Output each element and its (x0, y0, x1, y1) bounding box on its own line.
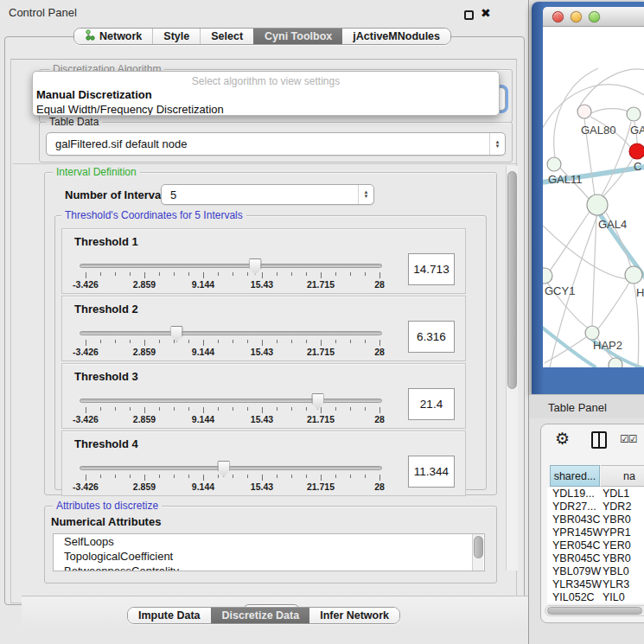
network-node-h[interactable] (625, 266, 642, 284)
table-rows[interactable]: YDL19...YDL1YDR27...YDR2YBR043CYBR0YPR14… (547, 488, 644, 603)
select-columns-icon[interactable]: ☑☑ (620, 433, 637, 445)
table-row[interactable]: YBL079WYBL0 (547, 565, 644, 578)
network-node-label: GAL4 (598, 218, 627, 231)
slider-thumb[interactable] (249, 258, 262, 275)
application-window: Control Panel ✖ Network Style Select (0, 0, 644, 644)
table-row[interactable]: YLR345WYLR3 (547, 578, 644, 591)
close-traffic-light-icon[interactable] (552, 11, 564, 22)
zoom-traffic-light-icon[interactable] (589, 11, 600, 22)
network-node-gcy1[interactable] (543, 268, 552, 284)
slider-thumb[interactable] (311, 393, 324, 410)
threshold-label: Threshold 2 (74, 303, 138, 316)
column-header-shared-name[interactable]: shared... (550, 465, 600, 487)
close-icon[interactable]: ✖ (481, 6, 491, 20)
network-node-gal11[interactable] (547, 157, 561, 171)
network-node-label: C (634, 160, 641, 173)
panel-title: Control Panel (9, 6, 77, 19)
threshold-label: Threshold 1 (74, 235, 138, 248)
table-panel-title: Table Panel (548, 401, 607, 414)
tab-style[interactable]: Style (152, 29, 200, 44)
network-node[interactable] (609, 358, 622, 367)
tick-label: 9.144 (192, 414, 214, 424)
attribute-list-item[interactable]: SelfLoops (54, 534, 484, 549)
network-view-window[interactable]: GAL80GACGAL11GAL4GCY1HHAP2 (532, 2, 644, 394)
tick-label: 21.715 (307, 347, 335, 357)
numerical-attributes-list[interactable]: SelfLoopsTopologicalCoefficientBetweenne… (53, 533, 485, 571)
tick-label: 21.715 (307, 279, 335, 290)
attributes-list-scrollbar[interactable] (472, 534, 483, 571)
gear-icon[interactable]: ⚙ (555, 429, 570, 449)
table-row[interactable]: YDR27...YDR2 (547, 501, 644, 513)
threshold-slider[interactable]: -3.4262.8599.14415.4321.71528 (74, 395, 387, 424)
tab-network[interactable]: Network (74, 29, 152, 44)
column-header-name[interactable]: na (601, 465, 644, 487)
table-horizontal-scrollbar[interactable] (545, 605, 644, 616)
table-row[interactable]: YBR045CYBR0 (547, 552, 644, 565)
discretization-panel: Discretization Algorithm ▲▼ Table Data g… (10, 59, 517, 603)
table-data-combobox[interactable]: galFiltered.sif default node ▲▼ (46, 132, 506, 156)
threshold-slider[interactable]: -3.4262.8599.14415.4321.71528 (74, 260, 387, 290)
numerical-attributes-label: Numerical Attributes (51, 515, 161, 528)
tick-label: 15.43 (251, 279, 273, 290)
attribute-list-item[interactable]: TopologicalCoefficient (54, 549, 484, 564)
control-panel-titlebar: Control Panel ✖ (0, 0, 528, 24)
tick-label: 9.144 (192, 481, 214, 492)
settings-scrollbar[interactable] (506, 166, 518, 571)
interval-definition-title: Interval Definition (53, 166, 140, 178)
num-intervals-combobox[interactable]: 5 ▲▼ (161, 184, 374, 205)
attribute-list-item[interactable]: BetweennessCentrality (54, 564, 484, 571)
threshold-slider[interactable]: -3.4262.8599.14415.4321.71528 (74, 328, 387, 357)
threshold-value-field[interactable]: 14.713 (408, 253, 455, 285)
tab-infer-network[interactable]: Infer Network (309, 608, 399, 623)
tick-label: 2.859 (133, 279, 156, 290)
threshold-value-field[interactable]: 11.344 (408, 456, 455, 488)
network-node-hap2[interactable] (585, 326, 599, 340)
network-node-label: GCY1 (545, 284, 575, 297)
combo-arrows-icon: ▲▼ (489, 133, 505, 155)
network-canvas[interactable]: GAL80GACGAL11GAL4GCY1HHAP2 (543, 27, 644, 367)
network-window-titlebar[interactable] (543, 7, 644, 27)
slider-ticks: -3.4262.8599.14415.4321.71528 (86, 462, 379, 492)
slider-ticks: -3.4262.8599.14415.4321.71528 (86, 395, 379, 424)
slider-thumb[interactable] (170, 326, 183, 342)
tick-label: 28 (374, 414, 385, 424)
threshold-value-field[interactable]: 21.4 (408, 388, 455, 420)
tab-jactivemnodules[interactable]: jActiveMNodules (342, 29, 450, 44)
threshold-slider[interactable]: -3.4262.8599.14415.4321.71528 (74, 462, 387, 492)
network-node-c[interactable] (629, 143, 644, 159)
threshold-panel: Threshold 2 -3.4262.8599.14415.4321.7152… (61, 296, 466, 361)
tick-label: -3.426 (73, 279, 99, 290)
algorithm-option-manual[interactable]: Manual Discretization (33, 87, 499, 102)
tick-label: 28 (374, 279, 385, 290)
minimize-traffic-light-icon[interactable] (571, 11, 582, 22)
tick-label: -3.426 (73, 481, 99, 492)
network-tab-icon (85, 29, 95, 43)
tab-cyni-toolbox[interactable]: Cyni Toolbox (253, 29, 342, 44)
algorithm-option-equal-width[interactable]: Equal Width/Frequency Discretization (33, 102, 499, 116)
network-node-gal4[interactable] (587, 194, 608, 215)
threshold-panel: Threshold 4 -3.4262.8599.14415.4321.7152… (61, 430, 466, 496)
network-node-ga[interactable] (627, 107, 641, 121)
tick-label: 21.715 (307, 481, 335, 492)
threshold-value-field[interactable]: 6.316 (408, 321, 455, 353)
tick-label: -3.426 (73, 347, 99, 357)
table-row[interactable]: YIL052CYIL0 (547, 591, 644, 603)
tick-label: 15.43 (251, 347, 273, 357)
table-row[interactable]: YDL19...YDL1 (547, 488, 644, 501)
network-node-label: GAL11 (548, 173, 583, 186)
table-row[interactable]: YBR043CYBR0 (547, 513, 644, 526)
network-node-gal80[interactable] (577, 105, 591, 118)
column-layout-icon[interactable] (591, 431, 607, 449)
float-window-icon[interactable] (464, 10, 474, 20)
table-row[interactable]: YER054CYER0 (547, 539, 644, 552)
tab-select[interactable]: Select (200, 29, 253, 44)
network-node-label: GA (630, 124, 644, 137)
tab-network-label: Network (99, 30, 142, 42)
top-tab-bar: Network Style Select Cyni Toolbox jActiv… (73, 28, 451, 45)
tab-discretize-data[interactable]: Discretize Data (211, 608, 310, 623)
table-row[interactable]: YPR145WYPR1 (547, 526, 644, 539)
slider-thumb[interactable] (217, 461, 230, 477)
num-intervals-label: Number of Intervals (65, 188, 170, 201)
table-toolbar: ⚙ ☑☑ (541, 424, 644, 463)
tab-impute-data[interactable]: Impute Data (128, 608, 211, 623)
